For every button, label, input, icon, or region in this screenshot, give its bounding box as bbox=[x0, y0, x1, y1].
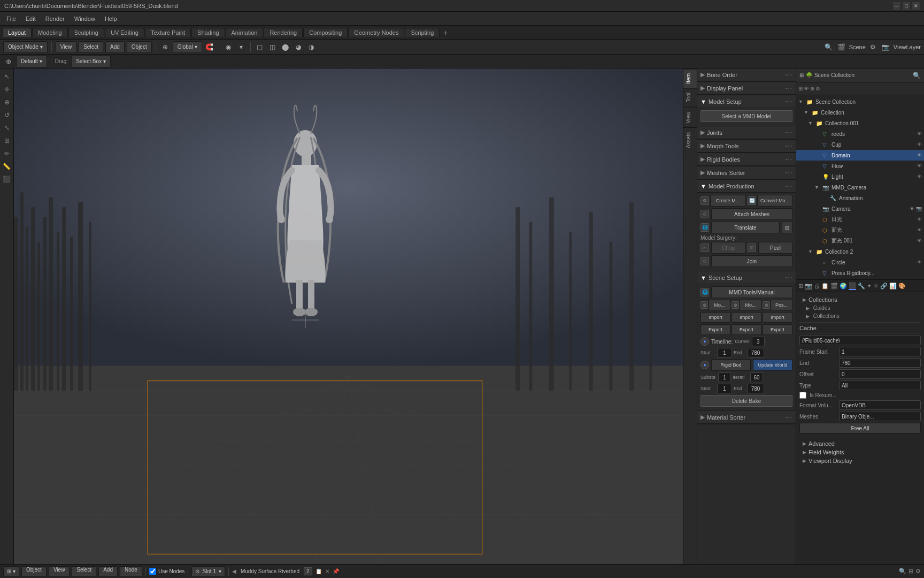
outliner-item-sun2[interactable]: ▶ ⬡ 面光 👁 bbox=[796, 225, 924, 235]
add-btn2[interactable]: Add bbox=[98, 566, 118, 577]
bone-order-header[interactable]: ▶ Bone Order ⋯ bbox=[697, 69, 796, 81]
menu-file[interactable]: File bbox=[2, 14, 20, 23]
sidebar-tab-view[interactable]: View bbox=[683, 107, 697, 128]
tab-scripting[interactable]: Scripting bbox=[405, 28, 440, 37]
sun3-vis-icon[interactable]: 👁 bbox=[917, 238, 922, 244]
join-btn[interactable]: Join bbox=[711, 255, 792, 267]
add-menu-btn[interactable]: Add bbox=[105, 41, 125, 53]
export2-btn[interactable]: Export bbox=[732, 324, 761, 335]
mat-number-badge[interactable]: 2 bbox=[304, 567, 312, 575]
cursor-tool-btn[interactable]: ✛ bbox=[1, 83, 13, 95]
outliner-item-animation[interactable]: ▶ 🔧 Animation bbox=[796, 193, 924, 203]
mode-btn[interactable]: Object bbox=[21, 566, 47, 577]
free-all-btn[interactable]: Free All bbox=[799, 423, 921, 434]
joints-dots[interactable]: ⋯ bbox=[785, 128, 792, 137]
outliner-filter-icon[interactable]: 🔍 bbox=[913, 72, 921, 79]
reeds-vis-icon[interactable]: 👁 bbox=[917, 131, 922, 136]
tab-geometry-nodes[interactable]: Geometry Nodes bbox=[348, 28, 404, 37]
select-menu-btn[interactable]: Select bbox=[79, 41, 103, 53]
props-world-icon[interactable]: 🌍 bbox=[840, 283, 847, 290]
tab-uv-editing[interactable]: UV Editing bbox=[105, 28, 144, 37]
search-icon[interactable]: 🔍 bbox=[823, 42, 834, 52]
translate-btn[interactable]: Translate bbox=[711, 222, 780, 233]
tab-shading[interactable]: Shading bbox=[191, 28, 225, 37]
bottom-search-icon[interactable]: 🔍 bbox=[899, 568, 906, 575]
object-menu-btn[interactable]: Object bbox=[127, 41, 152, 53]
bottom-grid-icon[interactable]: ⊞ bbox=[908, 568, 913, 575]
material-sorter-header[interactable]: ▶ Material Sorter ⋯ bbox=[697, 411, 796, 424]
transform-pivot-icon[interactable]: ⊕ bbox=[160, 42, 171, 52]
camera-icon2[interactable]: 📷 bbox=[881, 42, 891, 52]
menu-window[interactable]: Window bbox=[70, 14, 99, 23]
outliner-item-collection2[interactable]: ▼ 📁 Collection 2 bbox=[796, 246, 924, 257]
morph-tools-header[interactable]: ▶ Morph Tools ⋯ bbox=[697, 140, 796, 153]
flow-vis-icon[interactable]: 👁 bbox=[917, 163, 922, 169]
props-view-layer-icon[interactable]: 📋 bbox=[821, 283, 829, 290]
cup-vis-icon[interactable]: 👁 bbox=[917, 142, 922, 147]
outliner-item-collection001[interactable]: ▼ 📁 Collection.001 bbox=[796, 118, 924, 128]
timeline-start-input[interactable] bbox=[717, 348, 732, 358]
export1-btn[interactable]: Export bbox=[700, 324, 730, 335]
outliner-item-reeds[interactable]: ▶ ▽ reeds 👁 bbox=[796, 128, 924, 139]
viewport-3d[interactable]: User Perspective (0) Collection 2 | Doma… bbox=[14, 69, 683, 564]
outliner-item-flow[interactable]: ▶ ▽ Flow 👁 bbox=[796, 161, 924, 171]
iterati-input[interactable] bbox=[750, 372, 763, 382]
light-vis-icon[interactable]: 👁 bbox=[917, 174, 922, 179]
meshes-sorter-header[interactable]: ▶ Meshes Sorter ⋯ bbox=[697, 166, 796, 179]
props-physics-icon[interactable]: ⚛ bbox=[873, 283, 879, 290]
props-render-icon[interactable]: 📷 bbox=[805, 283, 812, 290]
material-sorter-dots[interactable]: ⋯ bbox=[785, 413, 792, 422]
select-tool-btn[interactable]: ↖ bbox=[1, 71, 13, 82]
delete-bake-btn[interactable]: Delete Bake bbox=[700, 395, 792, 407]
slot-dropdown[interactable]: ⊙ Slot 1 ▾ bbox=[191, 566, 225, 577]
view-btn2[interactable]: View bbox=[49, 566, 70, 577]
tab-sculpting[interactable]: Sculpting bbox=[68, 28, 104, 37]
close-button[interactable]: ✕ bbox=[912, 2, 920, 10]
advanced-row[interactable]: ▶ Advanced bbox=[799, 439, 921, 448]
menu-render[interactable]: Render bbox=[41, 14, 69, 23]
guides-row[interactable]: ▶ Guides bbox=[799, 304, 921, 312]
annotate-btn[interactable]: ✏ bbox=[1, 148, 13, 159]
model-setup-header[interactable]: ▼ Model Setup ⋯ bbox=[697, 95, 796, 108]
props-scene-icon[interactable]: ⊞ bbox=[798, 283, 803, 290]
rigid-bodies-header[interactable]: ▶ Rigid Bodies ⋯ bbox=[697, 153, 796, 166]
outliner-hide-icon[interactable]: 👁 bbox=[804, 86, 809, 92]
substep-input[interactable] bbox=[718, 372, 731, 382]
timeline-end-input[interactable] bbox=[747, 348, 764, 358]
editor-type-dropdown[interactable]: ⊞ ▾ bbox=[3, 566, 19, 577]
measure-btn[interactable]: 📏 bbox=[1, 161, 13, 172]
field-weights-row[interactable]: ▶ Field Weights bbox=[799, 448, 921, 457]
view-menu-btn[interactable]: View bbox=[56, 41, 77, 53]
outliner-item-camera[interactable]: ▶ 📷 Camera 👁 📷 bbox=[796, 203, 924, 214]
sun1-vis-icon[interactable]: 👁 bbox=[917, 217, 922, 222]
outliner-item-circle[interactable]: ▶ ○ Circle 👁 bbox=[796, 257, 924, 268]
display-panel-header[interactable]: ▶ Display Panel ⋯ bbox=[697, 82, 796, 95]
mmd-tools-manual-btn[interactable]: MMD Tools/Manual bbox=[711, 286, 792, 298]
mo1-btn[interactable]: Mo... bbox=[709, 300, 730, 310]
create-model-btn[interactable]: Create M... bbox=[710, 195, 745, 207]
export3-btn[interactable]: Export bbox=[763, 324, 792, 335]
camera-render-icon[interactable]: 📷 bbox=[916, 206, 922, 211]
outliner-item-sun1[interactable]: ▶ ⬡ 日光 👁 bbox=[796, 214, 924, 225]
offset-value[interactable]: 0 bbox=[839, 369, 921, 379]
meshes-sorter-dots[interactable]: ⋯ bbox=[785, 169, 792, 177]
shading-render-icon[interactable]: ◑ bbox=[306, 42, 317, 52]
rotate-tool-btn[interactable]: ↺ bbox=[1, 109, 13, 121]
scene-setup-dots[interactable]: ⋯ bbox=[785, 273, 792, 282]
outliner-select-icon[interactable]: ⊕ bbox=[810, 86, 814, 92]
viewport-display-row[interactable]: ▶ Viewport Display bbox=[799, 457, 921, 465]
rigid-bodies-dots[interactable]: ⋯ bbox=[785, 155, 792, 164]
pos-btn[interactable]: Pos... bbox=[771, 300, 792, 310]
xray-icon[interactable]: ▢ bbox=[255, 42, 265, 52]
magnet-snap-icon[interactable]: 🧲 bbox=[204, 42, 215, 52]
update-world-btn[interactable]: Update World bbox=[753, 359, 792, 371]
frame-start-value[interactable]: 1 bbox=[839, 347, 921, 356]
display-panel-dots[interactable]: ⋯ bbox=[785, 84, 792, 93]
use-nodes-checkbox[interactable] bbox=[149, 568, 156, 575]
chop-btn[interactable]: Chop bbox=[711, 242, 745, 254]
mat-close-icon[interactable]: ✕ bbox=[325, 568, 329, 574]
peel-btn[interactable]: Peel bbox=[758, 242, 792, 254]
proportional-edit-icon[interactable]: ◉ bbox=[223, 42, 234, 52]
outliner-item-sun3[interactable]: ▶ ⬡ 面光.001 👁 bbox=[796, 235, 924, 246]
mat-pin-icon[interactable]: 📌 bbox=[333, 568, 339, 574]
